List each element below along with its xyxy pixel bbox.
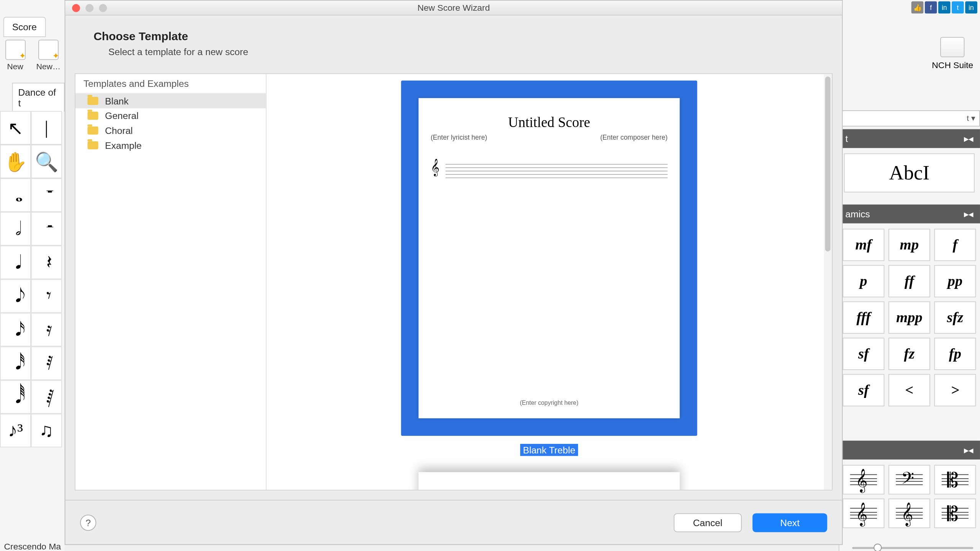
dynamic->[interactable]: > xyxy=(934,374,976,406)
app-tab[interactable]: Score xyxy=(3,17,46,37)
wizard-dialog: New Score Wizard Choose Template Select … xyxy=(65,0,843,545)
dynamics-header-label: amics xyxy=(845,209,870,219)
clef5-cell[interactable]: 𝄞 xyxy=(889,499,930,528)
note-cell[interactable]: 𝅝 xyxy=(0,178,31,212)
titlebar: New Score Wizard xyxy=(65,1,842,16)
wizard-heading: Choose Template xyxy=(93,30,842,44)
folder-icon xyxy=(88,112,98,120)
clef-header[interactable]: ▸◂ xyxy=(839,441,980,460)
clef6-cell[interactable]: 𝄡 xyxy=(934,499,976,528)
template-item-blank[interactable]: Blank xyxy=(75,93,266,108)
note-cell[interactable]: 𝅘𝅥𝅱 xyxy=(0,380,31,414)
clef-panel: ▸◂ 𝄞 𝄢 𝄡 𝄞 𝄞 𝄡 xyxy=(839,441,980,534)
dynamic-fff[interactable]: fff xyxy=(843,302,884,334)
collapse3-icon[interactable]: ▸◂ xyxy=(964,445,973,455)
preview-scrollbar[interactable] xyxy=(824,74,832,490)
dynamic-<[interactable]: < xyxy=(889,374,930,406)
note-cell[interactable]: 𝅘𝅥𝅯 xyxy=(0,313,31,347)
next-button[interactable]: Next xyxy=(753,513,827,532)
note-cell[interactable]: | xyxy=(31,111,62,145)
nch-icon xyxy=(941,37,965,57)
linkedin2-icon[interactable]: in xyxy=(965,2,977,14)
doc-tab[interactable]: Dance of t xyxy=(12,83,65,112)
note-cell[interactable]: 𝄻 xyxy=(31,178,62,212)
nch-label: NCH Suite xyxy=(932,60,973,70)
new-button[interactable]: ✦ New xyxy=(0,37,30,72)
note-cell[interactable]: ♪³ xyxy=(0,414,31,447)
new-doc2-icon: ✦ xyxy=(38,40,59,60)
note-cell[interactable]: 𝅗𝅥 xyxy=(0,212,31,246)
note-cell[interactable]: 𝅘𝅥 xyxy=(0,246,31,279)
clef4-cell[interactable]: 𝄞 xyxy=(843,499,884,528)
text-sample[interactable]: AbcI xyxy=(844,153,975,192)
thumb-icon[interactable]: 👍 xyxy=(911,2,924,14)
template-thumbnail[interactable]: Untitled Score (Enter lyricist here) (En… xyxy=(401,81,697,456)
twitter-icon[interactable]: t xyxy=(952,2,964,14)
template-tree: Templates and Examples BlankGeneralChora… xyxy=(75,74,266,490)
text-panel-header[interactable]: t▸◂ xyxy=(839,129,980,148)
template-item-choral[interactable]: Choral xyxy=(75,123,266,138)
thumbnail-label: Blank Treble xyxy=(520,444,578,456)
treble-clef-cell[interactable]: 𝄞 xyxy=(843,465,884,494)
collapse-icon[interactable]: ▸◂ xyxy=(964,133,973,144)
combo-box[interactable]: t ▾ xyxy=(839,110,980,126)
dynamic-f[interactable]: f xyxy=(934,229,976,261)
linkedin-icon[interactable]: in xyxy=(938,2,951,14)
note-cell[interactable]: 𝄿 xyxy=(31,313,62,347)
dynamics-header[interactable]: amics▸◂ xyxy=(839,204,980,223)
template-item-example[interactable]: Example xyxy=(75,138,266,153)
facebook-icon[interactable]: f xyxy=(925,2,937,14)
note-cell[interactable]: 𝅘𝅥𝅰 xyxy=(0,346,31,380)
template-label: General xyxy=(105,110,139,121)
wizard-footer: ? Cancel Next xyxy=(65,500,842,544)
note-cell[interactable]: 𝅘𝅥𝅮 xyxy=(0,279,31,313)
text-panel: t▸◂ AbcI xyxy=(839,129,980,198)
dynamics-panel: amics▸◂ mfmpfpffppfffmppsfzsffzfpsf<> xyxy=(839,204,980,412)
note-cell[interactable]: ♫ xyxy=(31,414,62,447)
dynamic-mpp[interactable]: mpp xyxy=(889,302,930,334)
note-cell[interactable]: 𝅀 xyxy=(31,346,62,380)
second-thumbnail[interactable] xyxy=(419,472,680,490)
dynamic-fz[interactable]: fz xyxy=(889,338,930,370)
text-header-label: t xyxy=(845,133,848,144)
nch-suite-button[interactable]: NCH Suite xyxy=(932,37,973,70)
note-cell[interactable]: 𝅁 xyxy=(31,380,62,414)
dynamic-sf[interactable]: sf xyxy=(843,374,884,406)
note-cell[interactable]: ✋ xyxy=(0,145,31,178)
wizard-subheading: Select a template for a new score xyxy=(93,46,842,57)
left-column: Score ✦ New ✦ New… Dance of t ↖|✋🔍𝅝𝄻𝅗𝅥𝄼𝅘… xyxy=(0,0,65,551)
bass-clef-cell[interactable]: 𝄢 xyxy=(889,465,930,494)
wizard-header: Choose Template Select a template for a … xyxy=(65,15,842,65)
note-cell[interactable]: 𝄽 xyxy=(31,246,62,279)
template-label: Blank xyxy=(105,96,129,106)
alto-clef-cell[interactable]: 𝄡 xyxy=(934,465,976,494)
right-column: 👍 f in t in NCH Suite t ▾ t▸◂ AbcI amics… xyxy=(839,0,980,551)
dynamic-p[interactable]: p xyxy=(843,265,884,297)
dynamic-sf[interactable]: sf xyxy=(843,338,884,370)
dynamic-sfz[interactable]: sfz xyxy=(934,302,976,334)
note-cell[interactable]: 🔍 xyxy=(31,145,62,178)
note-cell[interactable]: 𝄼 xyxy=(31,212,62,246)
note-cell[interactable]: 𝄾 xyxy=(31,279,62,313)
new-label: New xyxy=(7,62,23,72)
zoom-slider[interactable] xyxy=(852,544,973,551)
dynamic-mf[interactable]: mf xyxy=(843,229,884,261)
help-button[interactable]: ? xyxy=(80,514,96,530)
folder-icon xyxy=(88,97,98,105)
page-preview: Untitled Score (Enter lyricist here) (En… xyxy=(419,98,680,419)
cancel-button[interactable]: Cancel xyxy=(673,513,742,532)
note-cell[interactable]: ↖ xyxy=(0,111,31,145)
new2-button[interactable]: ✦ New… xyxy=(33,37,64,72)
dynamic-ff[interactable]: ff xyxy=(889,265,930,297)
new-doc-icon: ✦ xyxy=(5,40,25,60)
collapse2-icon[interactable]: ▸◂ xyxy=(964,209,973,219)
window-title: New Score Wizard xyxy=(65,3,842,13)
dynamics-grid: mfmpfpffppfffmppsfzsffzfpsf<> xyxy=(839,223,980,412)
new2-label: New… xyxy=(36,62,60,72)
dynamic-mp[interactable]: mp xyxy=(889,229,930,261)
template-item-general[interactable]: General xyxy=(75,108,266,123)
dynamic-fp[interactable]: fp xyxy=(934,338,976,370)
dynamic-pp[interactable]: pp xyxy=(934,265,976,297)
background-app: Score ✦ New ✦ New… Dance of t ↖|✋🔍𝅝𝄻𝅗𝅥𝄼𝅘… xyxy=(0,0,980,551)
treble-clef-icon: 𝄞 xyxy=(431,159,439,176)
